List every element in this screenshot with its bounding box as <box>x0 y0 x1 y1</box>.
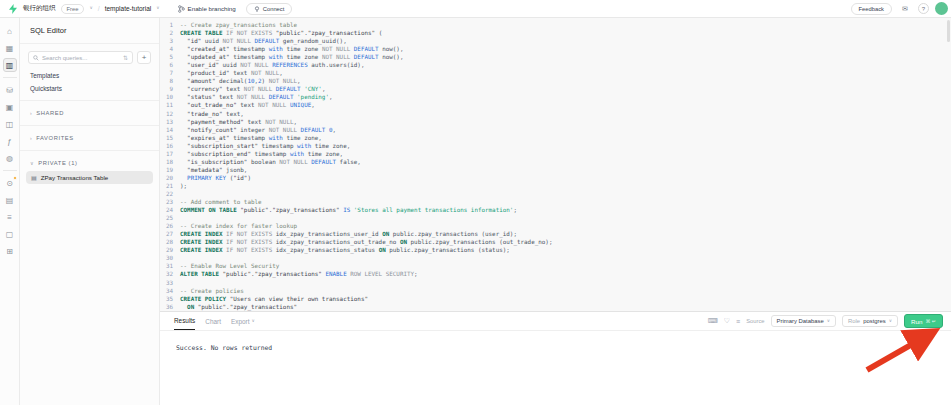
code-line: 33 <box>160 279 951 287</box>
favorite-icon[interactable]: ♡ <box>724 317 730 325</box>
rail-item-api-docs[interactable]: ▢ <box>3 227 17 241</box>
line-number: 4 <box>160 45 180 53</box>
sidebar-section-private[interactable]: ∨ PRIVATE (1) <box>20 156 159 170</box>
rail-item-reports[interactable]: ▤ <box>3 193 17 207</box>
line-content: CREATE INDEX IF NOT EXISTS idx_zpay_tran… <box>180 230 517 238</box>
role-dropdown[interactable]: Role postgres ∨ <box>842 315 898 327</box>
role-label: Role <box>848 318 860 324</box>
divider <box>20 125 159 126</box>
line-content: COMMENT ON TABLE "public"."zpay_transact… <box>180 206 517 214</box>
rail-item-integrations[interactable]: ⊞ <box>3 244 17 258</box>
sidebar-link-templates[interactable]: Templates <box>20 69 159 82</box>
tab-chart[interactable]: Chart <box>205 313 221 330</box>
section-label: FAVORITES <box>36 135 74 141</box>
rail-item-edge-functions[interactable]: ƒ <box>3 134 17 148</box>
tab-export[interactable]: Export ∨ <box>231 313 255 330</box>
line-content: "subscription_start" timestamp with time… <box>180 142 350 150</box>
line-number: 15 <box>160 134 180 142</box>
plug-icon <box>254 6 260 12</box>
line-number: 25 <box>160 214 180 222</box>
chevron-down-icon[interactable]: ∨ <box>89 6 92 11</box>
code-line: 29CREATE INDEX IF NOT EXISTS idx_zpay_tr… <box>160 246 951 254</box>
search-icon <box>33 55 39 61</box>
sidebar-link-quickstarts[interactable]: Quickstarts <box>20 82 159 95</box>
org-name[interactable]: 银行的组织 <box>23 4 56 13</box>
sidebar-title: SQL Editor <box>20 18 159 44</box>
line-content: CREATE INDEX IF NOT EXISTS idx_zpay_tran… <box>180 238 552 246</box>
line-number: 5 <box>160 53 180 61</box>
enable-branching-button[interactable]: Enable branching <box>173 3 241 15</box>
new-query-button[interactable]: + <box>137 51 151 64</box>
help-icon[interactable]: ? <box>918 3 929 14</box>
line-content: -- Add comment to table <box>180 198 262 206</box>
format-icon[interactable]: ≡ <box>736 318 740 325</box>
run-shortcut-keys: ⌘ ↵ <box>925 318 936 324</box>
tab-results[interactable]: Results <box>174 312 195 330</box>
code-line: 12 "trade_no" text, <box>160 110 951 118</box>
sidebar-section-favorites[interactable]: › FAVORITES <box>20 131 159 145</box>
line-number: 28 <box>160 238 180 246</box>
line-number: 17 <box>160 150 180 158</box>
divider <box>20 100 159 101</box>
query-name: ZPay Transactions Table <box>41 174 109 181</box>
rail-item-authentication[interactable]: ▣ <box>3 100 17 114</box>
rail-item-advisors[interactable]: ⊙ <box>3 176 17 190</box>
results-body: Success. No rows returned <box>160 332 951 405</box>
editor-scrollbar[interactable] <box>947 20 950 42</box>
sort-icon[interactable]: ⇅ <box>123 54 128 61</box>
rail-item-sql-editor[interactable]: ▥ <box>3 58 17 72</box>
source-database-value: Primary Database <box>777 318 824 324</box>
chevron-down-icon: ∨ <box>251 319 254 324</box>
line-content: "user_id" uuid NOT NULL REFERENCES auth.… <box>180 61 364 69</box>
icon-rail: ⌂▦▥⛁▣◫ƒ◍⊙▤≡▢⊞ <box>0 18 20 405</box>
line-number: 12 <box>160 110 180 118</box>
line-content: "status" text NOT NULL DEFAULT 'pending'… <box>180 93 333 101</box>
keyboard-shortcuts-icon[interactable]: ⌨ <box>708 317 718 325</box>
sql-editor-sidebar: SQL Editor ⇅ + Templates Quickstarts › S… <box>20 18 160 405</box>
code-line: 22 <box>160 190 951 198</box>
inbox-icon[interactable]: ✉ <box>898 3 912 15</box>
line-number: 14 <box>160 126 180 134</box>
line-content: CREATE TABLE IF NOT EXISTS "public"."zpa… <box>180 29 382 37</box>
source-database-dropdown[interactable]: Primary Database ∨ <box>771 315 836 327</box>
avatar[interactable] <box>935 2 948 15</box>
code-line: 13 "payment_method" text NOT NULL, <box>160 118 951 126</box>
code-line: 26-- Create index for faster lookup <box>160 222 951 230</box>
line-number: 6 <box>160 61 180 69</box>
line-number: 13 <box>160 118 180 126</box>
code-line: 14 "notify_count" integer NOT NULL DEFAU… <box>160 126 951 134</box>
line-content: CREATE INDEX IF NOT EXISTS idx_zpay_tran… <box>180 246 510 254</box>
search-queries-input[interactable] <box>42 55 120 61</box>
run-button[interactable]: Run ⌘ ↵ <box>904 314 943 328</box>
line-number: 27 <box>160 230 180 238</box>
connect-button[interactable]: Connect <box>246 3 293 15</box>
code-line: 32ALTER TABLE "public"."zpay_transaction… <box>160 270 951 278</box>
chevron-down-icon[interactable]: ∨ <box>156 6 159 11</box>
feedback-button[interactable]: Feedback <box>851 3 892 15</box>
line-number: 35 <box>160 295 180 303</box>
code-line: 17 "subscription_end" timestamp with tim… <box>160 150 951 158</box>
project-name[interactable]: template-tutorial <box>105 5 152 12</box>
line-content: CREATE POLICY "Users can view their own … <box>180 295 368 303</box>
sql-code-editor[interactable]: 1-- Create zpay_transactions table2CREAT… <box>160 18 951 311</box>
search-queries-box[interactable]: ⇅ <box>28 51 133 64</box>
rail-item-storage[interactable]: ◫ <box>3 117 17 131</box>
plan-badge[interactable]: Free <box>61 4 85 14</box>
rail-item-database[interactable]: ⛁ <box>3 83 17 97</box>
line-number: 21 <box>160 182 180 190</box>
line-number: 36 <box>160 303 180 311</box>
sidebar-section-shared[interactable]: › SHARED <box>20 106 159 120</box>
rail-item-logs[interactable]: ≡ <box>3 210 17 224</box>
line-content: "out_trade_no" text NOT NULL UNIQUE, <box>180 101 315 109</box>
rail-item-realtime[interactable]: ◍ <box>3 151 17 165</box>
line-number: 10 <box>160 93 180 101</box>
line-number: 30 <box>160 254 180 262</box>
rail-item-table-editor[interactable]: ▦ <box>3 41 17 55</box>
topbar: 银行的组织 Free ∨ / template-tutorial ∨ Enabl… <box>0 0 951 18</box>
code-line: 28CREATE INDEX IF NOT EXISTS idx_zpay_tr… <box>160 238 951 246</box>
line-content: -- Create index for faster lookup <box>180 222 297 230</box>
code-line: 23-- Add comment to table <box>160 198 951 206</box>
query-list-item-selected[interactable]: ▤ ZPay Transactions Table <box>26 171 153 184</box>
line-number: 16 <box>160 142 180 150</box>
rail-item-home[interactable]: ⌂ <box>3 24 17 38</box>
